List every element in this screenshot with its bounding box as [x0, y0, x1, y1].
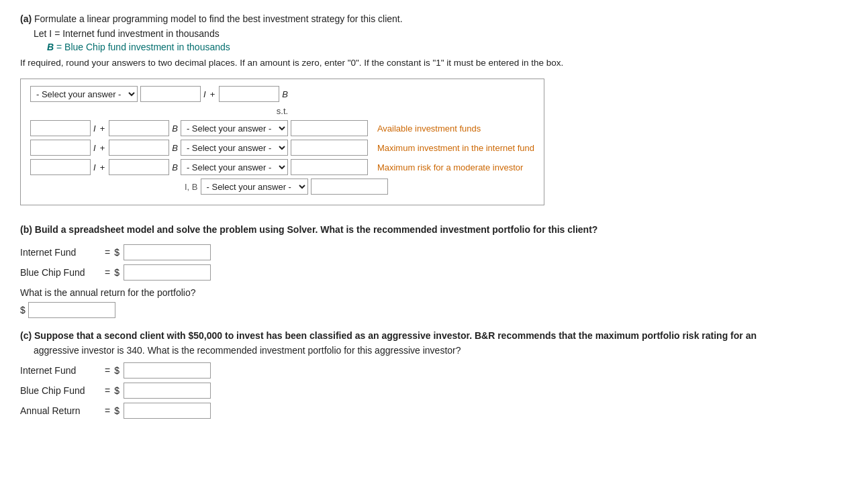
part-a-section: (a) Formulate a linear programming model… [20, 13, 846, 212]
annual-return-row-b: What is the annual return for the portfo… [20, 287, 846, 318]
c1-label: Available investment funds [377, 123, 481, 134]
part-b-question: Build a spreadsheet model and solve the … [35, 224, 598, 235]
internet-fund-value-b[interactable] [124, 244, 211, 260]
c2-label: Maximum investment in the internet fund [377, 143, 534, 153]
part-c-question2-text: aggressive investor is 340. What is the … [34, 345, 461, 356]
annual-return-row-c: Annual Return = $ [20, 403, 846, 419]
objective-select[interactable]: - Select your answer - Maximize Minimize [30, 86, 138, 102]
part-b-letter: (b) [20, 224, 32, 235]
part-a-instruction: If required, round your answers to two d… [20, 58, 846, 68]
annual-return-value-c[interactable] [124, 403, 211, 419]
c3-relation-select[interactable]: - Select your answer - <= >= = [181, 159, 288, 175]
c4-var-ib: I, B [185, 182, 198, 192]
dollar-c-internet: $ [114, 365, 119, 376]
part-b-label: (b) Build a spreadsheet model and solve … [20, 224, 846, 235]
part-c-question2: aggressive investor is 340. What is the … [34, 345, 846, 356]
blue-chip-fund-row-b: Blue Chip Fund = $ [20, 264, 846, 281]
eq-b-internet: = [105, 247, 110, 258]
c3-label: Maximum risk for a moderate investor [377, 162, 523, 172]
c3-var-b: B [172, 162, 178, 172]
st-label: s.t. [30, 106, 534, 116]
c3-plus: + [99, 162, 107, 172]
blue-chip-fund-value-c[interactable] [124, 383, 211, 399]
part-c-answers: Internet Fund = $ Blue Chip Fund = $ Ann… [20, 362, 846, 419]
part-b-answers: Internet Fund = $ Blue Chip Fund = $ Wha… [20, 244, 846, 318]
obj-var-i: I [203, 89, 206, 99]
annual-return-label-b: What is the annual return for the portfo… [20, 287, 195, 298]
obj-coeff-i[interactable] [140, 86, 201, 102]
eq-c-internet: = [105, 365, 110, 376]
obj-plus: + [209, 89, 217, 99]
blue-chip-fund-row-c: Blue Chip Fund = $ [20, 383, 846, 399]
c3-coeff-b[interactable] [109, 159, 169, 175]
c2-coeff-i[interactable] [30, 140, 91, 156]
part-c-letter: (c) [20, 330, 32, 341]
c1-plus: + [99, 123, 107, 134]
annual-return-value-b[interactable] [28, 302, 115, 318]
internet-fund-label-b: Internet Fund [20, 247, 101, 258]
internet-fund-row-c: Internet Fund = $ [20, 362, 846, 379]
let-i-text: Let I = Internet fund investment in thou… [34, 28, 220, 39]
st-text: s.t. [277, 106, 288, 116]
constraint-row-2: I + B - Select your answer - <= >= = Max… [30, 140, 534, 156]
part-c-question1: Suppose that a second client with $50,00… [34, 330, 757, 341]
part-c-label: (c) Suppose that a second client with $5… [20, 330, 846, 341]
obj-var-b: B [282, 89, 288, 99]
part-a-question: Formulate a linear programming model to … [34, 13, 403, 24]
c2-rhs[interactable] [291, 140, 368, 156]
c4-relation-select[interactable]: - Select your answer - <= >= = [201, 179, 308, 195]
part-b-section: (b) Build a spreadsheet model and solve … [20, 224, 846, 318]
constraint-box: - Select your answer - Maximize Minimize… [20, 79, 544, 205]
eq-c-annual: = [105, 405, 110, 416]
c2-relation-select[interactable]: - Select your answer - <= >= = [181, 140, 288, 156]
part-a-letter: (a) [20, 13, 32, 24]
let-b-text: = Blue Chip fund investment in thousands [56, 42, 230, 52]
part-a-let-b: B = Blue Chip fund investment in thousan… [47, 42, 846, 52]
blue-chip-fund-label-c: Blue Chip Fund [20, 385, 101, 396]
c2-var-i: I [93, 143, 96, 153]
c1-coeff-b[interactable] [109, 120, 169, 136]
dollar-c-annual: $ [114, 405, 119, 416]
internet-fund-value-c[interactable] [124, 362, 211, 379]
c1-var-b: B [172, 123, 178, 134]
constraint-row-3: I + B - Select your answer - <= >= = Max… [30, 159, 534, 175]
c4-rhs[interactable] [311, 179, 388, 195]
c3-coeff-i[interactable] [30, 159, 91, 175]
internet-fund-row-b: Internet Fund = $ [20, 244, 846, 260]
dollar-b-internet: $ [114, 247, 119, 258]
let-b-letter: B [47, 42, 54, 52]
obj-coeff-b[interactable] [219, 86, 279, 102]
c3-var-i: I [93, 162, 96, 172]
c1-relation-select[interactable]: - Select your answer - <= >= = [181, 120, 288, 136]
c1-var-i: I [93, 123, 96, 134]
eq-b-blue: = [105, 267, 110, 278]
constraint-row-4: I, B - Select your answer - <= >= = [185, 179, 534, 195]
c1-coeff-i[interactable] [30, 120, 91, 136]
eq-c-blue: = [105, 385, 110, 396]
part-c-section: (c) Suppose that a second client with $5… [20, 330, 846, 419]
c2-coeff-b[interactable] [109, 140, 169, 156]
c2-var-b: B [172, 143, 178, 153]
part-a-label: (a) Formulate a linear programming model… [20, 13, 846, 24]
c3-rhs[interactable] [291, 159, 368, 175]
c1-rhs[interactable] [291, 120, 368, 136]
blue-chip-fund-value-b[interactable] [124, 264, 211, 281]
internet-fund-label-c: Internet Fund [20, 365, 101, 376]
blue-chip-fund-label-b: Blue Chip Fund [20, 267, 101, 278]
dollar-b-blue: $ [114, 267, 119, 278]
part-a-let-i: Let I = Internet fund investment in thou… [34, 28, 846, 39]
objective-row: - Select your answer - Maximize Minimize… [30, 86, 534, 102]
dollar-c-blue: $ [114, 385, 119, 396]
constraint-row-1: I + B - Select your answer - <= >= = Ava… [30, 120, 534, 136]
c2-plus: + [99, 143, 107, 153]
annual-return-label-c: Annual Return [20, 405, 101, 416]
dollar-b-annual: $ [20, 305, 26, 315]
